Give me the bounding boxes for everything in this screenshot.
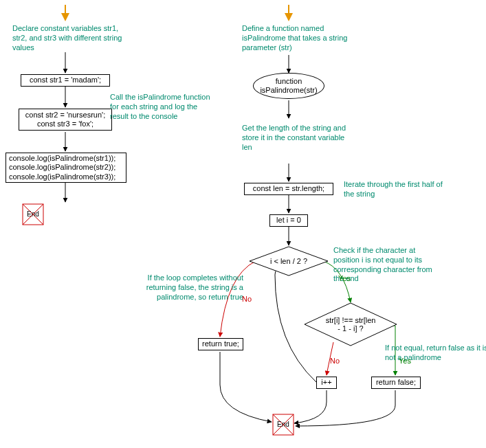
annot-declare: Declare constant variables str1, str2, a… (12, 24, 122, 52)
annot-iterate: Iterate through the first half of the st… (344, 180, 447, 199)
diamond-cond-text: i < len / 2 ? (249, 246, 329, 276)
annot-define: Define a function named isPalindrome tha… (242, 24, 352, 52)
label-eq-no: No (330, 357, 340, 365)
annot-call: Call the isPalindrome function for each … (110, 93, 213, 121)
diamond-chareq: str[i] !== str[len - 1 - i] ? (304, 302, 397, 346)
box-str23: const str2 = 'nursesrun'; const str3 = '… (19, 109, 112, 131)
end-label-left: End (22, 203, 44, 225)
diamond-chareq-text: str[i] !== str[len - 1 - i] ? (304, 302, 397, 346)
annot-loopend: If the loop completes without returning … (133, 273, 243, 302)
start-arrow-right (282, 3, 296, 23)
ellipse-fn: function isPalindrome(str) (253, 73, 324, 99)
label-cond-yes: Yes (338, 275, 351, 282)
end-label-right: End (272, 414, 294, 436)
annot-len: Get the length of the string and store i… (242, 124, 352, 152)
label-cond-no: No (242, 295, 252, 303)
box-return-true: return true; (198, 338, 243, 350)
diamond-cond: i < len / 2 ? (249, 246, 329, 276)
box-len: const len = str.length; (244, 183, 333, 195)
box-return-false: return false; (371, 377, 421, 389)
box-console-log: console.log(isPalindrome(str1)); console… (5, 153, 126, 183)
box-leti: let i = 0 (269, 214, 308, 227)
box-str1: const str1 = 'madam'; (21, 74, 110, 87)
label-eq-yes: Yes (399, 357, 411, 365)
start-arrow-left (58, 3, 72, 23)
box-ipp: i++ (316, 377, 337, 389)
